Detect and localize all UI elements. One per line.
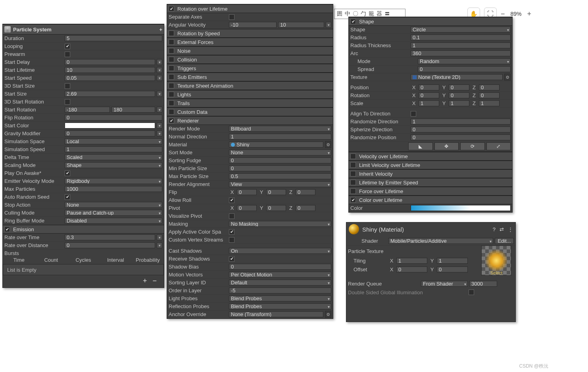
property-toggle[interactable] [65, 83, 70, 89]
dsgi-toggle[interactable] [469, 290, 474, 295]
offset-x-field[interactable]: 0 [396, 267, 427, 272]
property-field[interactable]: 0 [411, 127, 511, 132]
module-header[interactable]: Limit Velocity over Lifetime [349, 161, 512, 169]
axis-field[interactable]: 0 [296, 189, 315, 195]
property-dropdown[interactable]: Billboard [229, 126, 331, 132]
property-dropdown[interactable]: Default [229, 280, 331, 286]
axis-field[interactable]: 1 [419, 100, 439, 106]
property-dropdown[interactable]: Disabled [65, 218, 162, 224]
render-queue-value[interactable]: 3000 [469, 281, 497, 287]
rate-over-time-field[interactable]: 0.3 [65, 234, 155, 240]
rate-over-distance-field[interactable]: 0 [65, 242, 155, 248]
object-picker-button[interactable]: ⊙ [325, 311, 331, 318]
object-picker-button[interactable]: ⊙ [504, 74, 511, 81]
gizmo-btn-1[interactable]: ✥ [434, 142, 459, 150]
axis-field[interactable]: 0 [266, 205, 286, 211]
property-field[interactable]: 0 [411, 134, 511, 140]
property-field[interactable]: 1 [65, 146, 162, 152]
property-toggle[interactable]: ✔ [65, 171, 70, 176]
rate-over-distance-mode[interactable]: ▾ [157, 242, 162, 248]
axis-field[interactable]: 0 [296, 205, 315, 211]
property-field[interactable]: 0 [418, 66, 511, 72]
material-texture-swatch[interactable]: Select [481, 245, 511, 276]
module-header[interactable]: External Forces [167, 38, 333, 46]
module-header[interactable]: Rotation by Speed [167, 29, 333, 38]
property-dropdown[interactable]: Per Object Motion [229, 272, 331, 278]
object-field[interactable]: Shiny [229, 142, 323, 148]
property-dropdown[interactable]: None [65, 202, 162, 208]
axis-field[interactable]: 0 [479, 84, 500, 90]
module-toggle[interactable] [169, 48, 174, 54]
shader-dropdown[interactable]: Mobile/Particles/Additive [388, 238, 493, 244]
menu-icon[interactable]: ⋮ [508, 226, 513, 232]
property-field[interactable]: 0 [65, 59, 155, 65]
module-toggle[interactable] [169, 57, 174, 62]
property-toggle[interactable]: ✔ [229, 256, 234, 262]
add-module-button[interactable]: + [159, 27, 162, 33]
module-toggle[interactable] [169, 92, 174, 97]
property-field[interactable]: -5 [229, 288, 331, 293]
property-toggle[interactable]: ✔ [229, 198, 234, 203]
tiling-x-field[interactable]: 1 [396, 258, 427, 264]
color-field[interactable] [65, 123, 155, 128]
rotation-over-lifetime-header[interactable]: ✔ Rotation over Lifetime [167, 4, 333, 13]
property-dropdown[interactable]: Random [418, 58, 511, 64]
property-field[interactable]: 0 [229, 165, 331, 171]
property-field[interactable]: 0.05 [65, 75, 155, 81]
module-toggle[interactable] [350, 153, 356, 159]
property-field[interactable]: 1 [411, 42, 511, 48]
property-field[interactable]: 0 [65, 130, 155, 136]
property-toggle[interactable] [65, 52, 70, 57]
property-dropdown[interactable]: On [229, 248, 331, 254]
module-toggle[interactable] [350, 188, 356, 194]
module-toggle[interactable] [350, 162, 356, 168]
shape-toggle[interactable]: ✔ [350, 19, 356, 24]
module-toggle[interactable] [350, 180, 356, 185]
property-field[interactable]: 1 [411, 119, 511, 125]
property-field[interactable]: 10 [65, 67, 155, 73]
offset-y-field[interactable]: 0 [437, 267, 468, 272]
property-field[interactable]: 0 [65, 115, 162, 121]
axis-field[interactable]: 0 [266, 189, 286, 195]
axis-field[interactable]: 0 [449, 92, 469, 98]
property-field[interactable]: 0 [229, 157, 331, 163]
color-over-lifetime-gradient[interactable] [411, 205, 511, 211]
emission-module-header[interactable]: ✔ Emission [3, 225, 164, 234]
axis-field[interactable]: 0 [237, 189, 257, 195]
property-field-2[interactable]: 180 [111, 107, 155, 113]
object-picker-button[interactable]: ⊙ [325, 141, 331, 148]
rate-over-time-mode[interactable]: ▾ [157, 234, 162, 240]
property-field[interactable]: 0 [229, 264, 331, 270]
axis-field[interactable]: 0 [479, 92, 500, 98]
module-header[interactable]: Trails [167, 99, 333, 107]
angular-velocity-max[interactable]: 10 [278, 22, 324, 28]
property-dropdown[interactable]: Circle [411, 27, 511, 33]
property-field[interactable]: 1 [229, 134, 331, 140]
module-header[interactable]: ✔Color over Lifetime [349, 196, 512, 204]
tiling-y-field[interactable]: 1 [437, 258, 468, 264]
property-toggle[interactable] [65, 99, 70, 105]
property-dropdown[interactable]: Blend Probes [229, 303, 331, 309]
axis-field[interactable]: 0 [419, 92, 439, 98]
module-toggle[interactable] [169, 65, 174, 71]
property-mode-dropdown[interactable]: ▾ [157, 67, 162, 73]
property-field[interactable]: 5 [65, 35, 162, 41]
property-field[interactable]: 1000 [65, 186, 162, 192]
particle-system-header[interactable]: Particle System + [3, 24, 164, 35]
property-dropdown[interactable]: Blend Probes [229, 295, 331, 301]
help-icon[interactable]: ? [493, 226, 496, 232]
property-field[interactable]: 2.69 [65, 91, 155, 97]
property-toggle[interactable] [411, 111, 416, 117]
module-header[interactable]: Lights [167, 90, 333, 99]
edit-shader-button[interactable]: Edit... [495, 238, 514, 244]
property-mode-dropdown[interactable]: ▾ [157, 91, 162, 97]
gizmo-btn-3[interactable]: ⤢ [486, 142, 511, 150]
renderer-header[interactable]: ✔ Renderer [167, 116, 333, 125]
property-dropdown[interactable]: Scaled [65, 154, 162, 160]
module-toggle[interactable] [169, 83, 174, 88]
bursts-remove-button[interactable]: − [152, 277, 157, 285]
gizmo-btn-0[interactable]: ◣ [408, 142, 433, 150]
module-header[interactable]: Texture Sheet Animation [167, 81, 333, 90]
module-header[interactable]: Collision [167, 55, 333, 64]
property-mode-dropdown[interactable]: ▾ [157, 59, 162, 65]
